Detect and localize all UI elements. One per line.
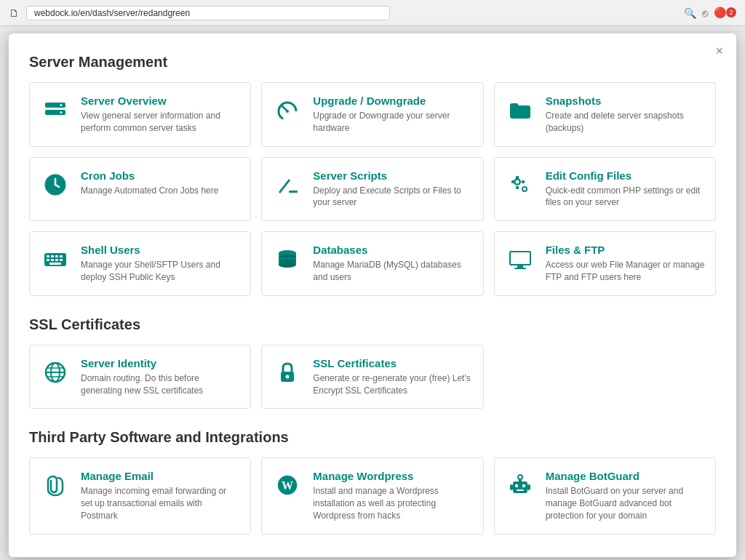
card-server-scripts[interactable]: Server Scripts Deploy and Execute Script… (261, 157, 483, 222)
card-edit-config[interactable]: Edit Config Files Quick-edit common PHP … (494, 157, 716, 222)
extension-icon[interactable]: 🔴2 (714, 7, 736, 19)
svg-rect-27 (51, 259, 54, 261)
svg-rect-26 (47, 259, 49, 261)
card-title-edit-config: Edit Config Files (546, 169, 705, 182)
server-icon (40, 95, 71, 125)
svg-rect-22 (47, 255, 49, 257)
server-management-grid: Server Overview View general server info… (29, 82, 716, 296)
card-title-shell-users: Shell Users (81, 244, 240, 256)
card-content-manage-email: Manage Email Manage incoming email forwa… (81, 470, 240, 521)
card-content-databases: Databases Manage MariaDB (MySQL) databas… (313, 244, 472, 284)
svg-rect-18 (516, 186, 519, 189)
card-cron-jobs[interactable]: Cron Jobs Manage Automated Cron Jobs her… (29, 157, 251, 222)
card-upgrade-downgrade[interactable]: Upgrade / Downgrade Upgrade or Downgrade… (261, 82, 483, 147)
browser-tab-icon: 🗋 (9, 7, 19, 19)
card-title-manage-wordpress: Manage Wordpress (313, 470, 472, 482)
svg-rect-41 (514, 268, 526, 269)
card-snapshots[interactable]: Snapshots Create and delete server snaps… (494, 82, 716, 147)
svg-rect-30 (49, 263, 61, 265)
card-files-ftp[interactable]: Files & FTP Access our web File Manager … (494, 231, 716, 296)
card-content-shell-users: Shell Users Manage your Shell/SFTP Users… (81, 244, 240, 284)
card-desc-snapshots: Create and delete server snapshots (back… (546, 110, 705, 135)
server-management-title: Server Management (29, 54, 716, 71)
svg-rect-1 (45, 110, 65, 115)
card-databases[interactable]: Databases Manage MariaDB (MySQL) databas… (261, 231, 483, 296)
ssl-certificates-title: SSL Certificates (29, 316, 716, 333)
gears-icon (505, 169, 535, 200)
card-content-upgrade-downgrade: Upgrade / Downgrade Upgrade or Downgrade… (313, 95, 472, 135)
svg-rect-52 (513, 481, 527, 493)
svg-point-37 (279, 262, 296, 268)
card-content-cron-jobs: Cron Jobs Manage Automated Cron Jobs her… (81, 169, 218, 197)
card-server-overview[interactable]: Server Overview View general server info… (29, 82, 251, 147)
keyboard-icon (40, 244, 71, 274)
card-title-databases: Databases (313, 244, 472, 256)
third-party-grid: Manage Email Manage incoming email forwa… (29, 457, 716, 534)
card-title-snapshots: Snapshots (546, 95, 705, 107)
card-manage-email[interactable]: Manage Email Manage incoming email forwa… (29, 457, 251, 534)
card-title-server-scripts: Server Scripts (313, 169, 472, 182)
notification-badge: 2 (726, 7, 736, 17)
card-content-files-ftp: Files & FTP Access our web File Manager … (546, 244, 705, 284)
card-content-server-overview: Server Overview View general server info… (81, 95, 240, 135)
svg-rect-25 (60, 255, 63, 257)
card-manage-botguard[interactable]: Manage BotGuard Install BotGuard on your… (494, 457, 716, 534)
browser-bar: 🗋 webdock.io/en/dash/server/redandgreen … (0, 0, 745, 26)
card-content-server-scripts: Server Scripts Deploy and Execute Script… (313, 169, 472, 209)
zoom-icon[interactable]: 🔍 (684, 7, 696, 19)
card-content-manage-botguard: Manage BotGuard Install BotGuard on your… (546, 470, 705, 521)
svg-rect-28 (55, 259, 58, 261)
card-desc-server-overview: View general server information and perf… (81, 110, 240, 135)
svg-point-2 (60, 104, 63, 106)
card-content-ssl-certificates: SSL Certificates Generate or re-generate… (313, 357, 472, 397)
card-content-edit-config: Edit Config Files Quick-edit common PHP … (546, 169, 705, 209)
card-title-server-overview: Server Overview (81, 95, 240, 107)
database-icon (272, 244, 303, 274)
svg-rect-12 (289, 191, 298, 193)
third-party-title: Third Party Software and Integrations (29, 429, 716, 446)
clock-icon (40, 169, 71, 200)
card-desc-manage-wordpress: Install and manage a Wordpress installat… (313, 485, 472, 521)
card-title-ssl-certificates: SSL Certificates (313, 357, 472, 369)
svg-rect-55 (517, 489, 524, 491)
card-desc-databases: Manage MariaDB (MySQL) databases and use… (313, 259, 472, 284)
svg-rect-24 (55, 255, 58, 257)
globe-icon (40, 357, 71, 388)
card-ssl-certificates[interactable]: SSL Certificates Generate or re-generate… (261, 345, 483, 409)
svg-point-48 (286, 375, 290, 378)
svg-rect-58 (510, 484, 513, 490)
svg-rect-0 (45, 103, 65, 108)
card-shell-users[interactable]: Shell Users Manage your Shell/SFTP Users… (29, 231, 251, 296)
card-title-upgrade-downgrade: Upgrade / Downgrade (313, 95, 472, 107)
svg-rect-17 (516, 176, 519, 179)
svg-rect-29 (60, 259, 63, 261)
svg-rect-39 (511, 252, 530, 264)
card-title-manage-email: Manage Email (81, 470, 240, 482)
svg-text:W: W (282, 479, 293, 492)
svg-rect-20 (522, 180, 525, 183)
card-desc-server-identity: Domain routing. Do this before generatin… (81, 372, 240, 397)
share-icon[interactable]: ⎋ (702, 7, 708, 19)
gauge-icon (272, 95, 303, 125)
svg-rect-53 (515, 484, 518, 487)
svg-rect-23 (51, 255, 54, 257)
modal-close-button[interactable]: × (715, 44, 723, 59)
svg-rect-19 (511, 180, 514, 183)
card-desc-cron-jobs: Manage Automated Cron Jobs here (81, 185, 218, 197)
card-desc-upgrade-downgrade: Upgrade or Downgrade your server hardwar… (313, 110, 472, 135)
card-title-server-identity: Server Identity (81, 357, 240, 369)
card-desc-edit-config: Quick-edit common PHP settings or edit f… (546, 185, 705, 209)
lock-icon (272, 357, 303, 388)
card-server-identity[interactable]: Server Identity Domain routing. Do this … (29, 345, 251, 409)
svg-point-14 (515, 180, 519, 183)
card-title-files-ftp: Files & FTP (546, 244, 705, 256)
browser-actions: 🔍 ⎋ 🔴2 (684, 7, 736, 19)
modal-overlay: × Server Management Server Overview View… (9, 33, 736, 557)
card-desc-shell-users: Manage your Shell/SFTP Users and deploy … (81, 259, 240, 284)
browser-url[interactable]: webdock.io/en/dash/server/redandgreen (26, 6, 390, 20)
card-manage-wordpress[interactable]: W Manage Wordpress Install and manage a … (261, 457, 483, 534)
svg-marker-11 (279, 179, 290, 193)
monitor-icon (505, 244, 535, 274)
terminal-icon (272, 169, 303, 200)
card-content-snapshots: Snapshots Create and delete server snaps… (546, 95, 705, 135)
